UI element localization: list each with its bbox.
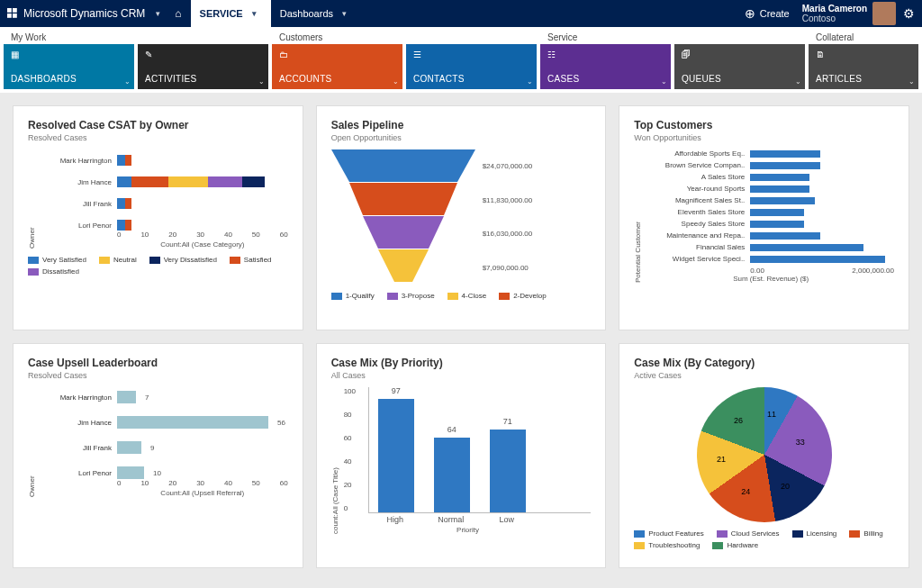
svg-rect-1 <box>13 8 17 13</box>
chevron-down-icon: ▾ <box>342 9 347 18</box>
pie-chart: 113320242126 <box>697 387 832 522</box>
card-subtitle: Resolved Cases <box>28 133 288 142</box>
card-title: Top Customers <box>634 119 894 131</box>
pie-slice-label: 11 <box>767 410 776 419</box>
dashboard-grid: Resolved Case CSAT by Owner Resolved Cas… <box>0 93 922 581</box>
pie-slice-label: 21 <box>717 455 726 464</box>
pie-slice-label: 33 <box>796 438 805 447</box>
card-subtitle: Open Opportunities <box>331 133 592 142</box>
funnel-slice <box>349 183 457 215</box>
nav-dashboards[interactable]: Dashboards ▾ <box>271 0 361 27</box>
avatar <box>872 2 896 25</box>
brand[interactable]: Microsoft Dynamics CRM ▾ <box>7 7 166 20</box>
svg-rect-3 <box>13 14 17 18</box>
user-name: Maria Cameron <box>802 4 867 14</box>
chart-row: Brown Service Compan.. <box>647 161 894 169</box>
gear-icon[interactable]: ⚙ <box>903 6 915 21</box>
chart-row: Mark Harrington7 <box>41 391 288 403</box>
user-org: Contoso <box>802 14 867 23</box>
chart-row: Magnificent Sales St.. <box>647 196 894 204</box>
funnel-chart <box>331 149 475 285</box>
card-subtitle: Resolved Cases <box>28 371 288 380</box>
card-mix-category: Case Mix (By Category) Active Cases 1133… <box>619 343 909 568</box>
pie-slice-label: 20 <box>781 482 790 491</box>
svg-rect-2 <box>7 14 12 18</box>
x-axis-label: Count:All (Upsell Referral) <box>117 489 288 497</box>
funnel-slice <box>378 249 429 282</box>
articles-icon: 🗎 <box>816 50 825 59</box>
category-my-work: My Work <box>0 31 268 44</box>
card-subtitle: Won Opportunities <box>634 133 894 142</box>
tile-contacts[interactable]: ☰ CONTACTS ⌄ <box>406 44 537 89</box>
chevron-down-icon: ⌄ <box>258 77 265 86</box>
tile-articles[interactable]: 🗎 ARTICLES ⌄ <box>809 44 918 89</box>
work-area: My Work Customers Service Collateral ▦ D… <box>0 27 922 93</box>
chevron-down-icon: ⌄ <box>393 77 399 86</box>
card-pipeline: Sales Pipeline Open Opportunities $24,07… <box>316 105 607 330</box>
chevron-down-icon: ▾ <box>156 9 160 18</box>
tile-dashboards[interactable]: ▦ DASHBOARDS ⌄ <box>4 44 134 89</box>
funnel-slice <box>363 216 444 249</box>
y-axis-label: Owner <box>28 387 36 497</box>
chart-row: A Sales Store <box>647 173 894 181</box>
tile-activities[interactable]: ✎ ACTIVITIES ⌄ <box>138 44 268 89</box>
svg-rect-0 <box>7 8 12 13</box>
chevron-down-icon: ⌄ <box>908 77 915 86</box>
chart-row: Speedy Sales Store <box>647 220 894 228</box>
chart-row: Eleventh Sales Store <box>647 208 894 216</box>
nav-service[interactable]: SERVICE ▾ <box>191 0 271 27</box>
accounts-icon: 🗀 <box>279 50 288 59</box>
category-service: Service <box>537 31 805 44</box>
card-subtitle: Active Cases <box>634 371 894 380</box>
card-title: Case Mix (By Category) <box>634 357 894 369</box>
tile-cases[interactable]: ☷ CASES ⌄ <box>540 44 671 89</box>
chart-row: Lori Penor <box>41 220 288 231</box>
cases-icon: ☷ <box>547 50 556 59</box>
chevron-down-icon: ⌄ <box>661 77 667 86</box>
chart-bar: 64 <box>434 438 470 512</box>
chart-row: Mark Harrington <box>41 155 288 166</box>
card-title: Sales Pipeline <box>331 119 592 131</box>
y-axis-label: Owner <box>28 149 36 249</box>
chart-row: Jill Frank <box>41 198 288 209</box>
y-axis-label: count:All (Case Title) <box>331 387 339 534</box>
card-title: Resolved Case CSAT by Owner <box>28 119 288 131</box>
category-customers: Customers <box>268 31 537 44</box>
x-axis-label: Count:All (Case Category) <box>117 240 288 249</box>
chart-legend: Product FeaturesCloud ServicesLicensingB… <box>634 529 894 549</box>
user-menu[interactable]: Maria Cameron Contoso <box>802 2 896 25</box>
chart-row: Jill Frank9 <box>41 441 288 454</box>
funnel-slice <box>331 149 475 182</box>
top-nav: Microsoft Dynamics CRM ▾ ⌂ SERVICE ▾ Das… <box>0 0 922 27</box>
chart-bar: 97 <box>378 399 414 512</box>
pie-slice-label: 24 <box>741 487 750 496</box>
contacts-icon: ☰ <box>413 50 421 59</box>
chevron-down-icon: ▾ <box>252 9 257 18</box>
chevron-down-icon: ⌄ <box>795 77 801 86</box>
chevron-down-icon: ⌄ <box>527 77 533 86</box>
y-axis-label: Potential Customer <box>634 149 642 283</box>
chart-bar: 71 <box>490 430 526 512</box>
chevron-down-icon: ⌄ <box>124 77 131 86</box>
chart-legend: Very SatisfiedNeutralVery DissatisfiedSa… <box>28 256 288 276</box>
card-title: Case Mix (By Priority) <box>331 357 592 369</box>
home-icon[interactable]: ⌂ <box>175 7 181 20</box>
card-csat: Resolved Case CSAT by Owner Resolved Cas… <box>13 105 303 330</box>
brand-label: Microsoft Dynamics CRM <box>23 7 145 20</box>
card-mix-priority: Case Mix (By Priority) All Cases count:A… <box>316 343 607 568</box>
plus-circle-icon: ⊕ <box>745 6 755 21</box>
x-axis-label: Sum (Est. Revenue) ($) <box>647 275 894 283</box>
chart-row: Jim Hance <box>41 176 288 187</box>
tile-queues[interactable]: 🗐 QUEUES ⌄ <box>674 44 805 89</box>
chart-row: Maintenance and Repa.. <box>647 231 894 240</box>
chart-row: Financial Sales <box>647 243 894 251</box>
category-collateral: Collateral <box>805 31 922 44</box>
chart-row: Widget Service Speci.. <box>647 255 894 263</box>
card-title: Case Upsell Leaderboard <box>28 357 288 369</box>
tile-accounts[interactable]: 🗀 ACCOUNTS ⌄ <box>272 44 402 89</box>
activities-icon: ✎ <box>145 50 152 59</box>
create-button[interactable]: ⊕ Create <box>745 6 790 21</box>
card-subtitle: All Cases <box>331 371 592 380</box>
dashboard-icon: ▦ <box>11 50 19 59</box>
chart-legend: 1-Qualify3-Propose4-Close2-Develop <box>331 292 592 300</box>
